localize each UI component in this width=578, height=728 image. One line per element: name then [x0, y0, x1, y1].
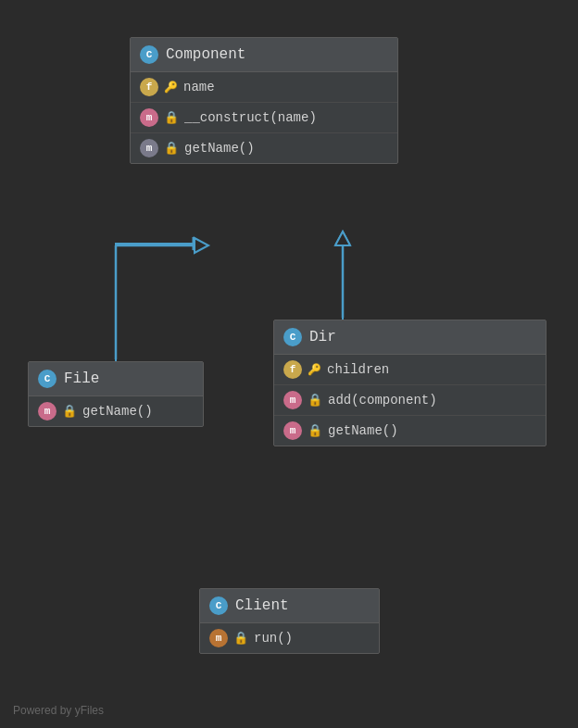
m-badge-1: m [140, 108, 158, 127]
m-badge-client: m [209, 629, 228, 647]
dir-title: Dir [309, 329, 336, 345]
lock-icon-dir-1: 🔒 [308, 393, 322, 408]
f-badge-1: f [140, 78, 158, 96]
file-row-getname: m 🔒 getName() [29, 396, 203, 426]
f-badge-dir: f [283, 360, 302, 379]
dir-children-field: children [327, 362, 389, 377]
lock-icon-file: 🔒 [62, 404, 77, 419]
lock-icon-client: 🔒 [233, 631, 248, 646]
component-row-name: f 🔑 name [131, 72, 397, 103]
dir-row-add: m 🔒 add(component) [274, 385, 546, 416]
class-component: C Component f 🔑 name m 🔒 __construct(nam… [130, 37, 398, 164]
component-construct-method: __construct(name) [184, 110, 317, 125]
client-run-method: run() [254, 631, 293, 646]
svg-marker-1 [336, 232, 349, 244]
file-badge: C [38, 370, 57, 388]
component-name-field: name [183, 80, 215, 94]
dir-add-method: add(component) [328, 393, 437, 408]
client-title: Client [235, 597, 289, 614]
client-badge: C [209, 596, 228, 615]
lock-icon-dir-2: 🔒 [308, 423, 322, 438]
class-component-header: C Component [131, 38, 397, 72]
client-row-run: m 🔒 run() [200, 623, 379, 653]
component-title: Component [166, 46, 245, 63]
file-getname-method: getName() [82, 404, 153, 419]
m-badge-dir-2: m [283, 421, 302, 440]
watermark: Powered by yFiles [13, 704, 104, 717]
class-client-header: C Client [200, 589, 379, 623]
component-row-construct: m 🔒 __construct(name) [131, 103, 397, 133]
lock-icon-1: 🔒 [164, 110, 179, 125]
class-client: C Client m 🔒 run() [199, 588, 380, 654]
dir-row-getname: m 🔒 getName() [274, 416, 546, 446]
key-icon-dir: 🔑 [308, 363, 321, 377]
dir-getname-method: getName() [328, 423, 398, 438]
svg-marker-0 [193, 237, 204, 250]
diagram-container: C Component f 🔑 name m 🔒 __construct(nam… [0, 0, 578, 728]
component-row-getname: m 🔒 getName() [131, 133, 397, 163]
lock-icon-2: 🔒 [164, 141, 179, 156]
class-dir: C Dir f 🔑 children m 🔒 add(component) m … [273, 320, 547, 446]
m-badge-gray-1: m [140, 139, 158, 157]
dir-badge: C [283, 328, 302, 346]
file-title: File [64, 370, 99, 387]
m-badge-file: m [38, 402, 57, 420]
m-badge-dir-1: m [283, 391, 302, 409]
component-getname-method: getName() [184, 141, 255, 156]
class-file: C File m 🔒 getName() [28, 361, 204, 427]
dir-row-children: f 🔑 children [274, 355, 546, 385]
component-badge: C [140, 45, 158, 64]
svg-marker-6 [335, 232, 350, 245]
class-file-header: C File [29, 362, 203, 396]
svg-marker-4 [195, 238, 208, 253]
key-icon-1: 🔑 [164, 81, 178, 94]
class-dir-header: C Dir [274, 320, 546, 355]
